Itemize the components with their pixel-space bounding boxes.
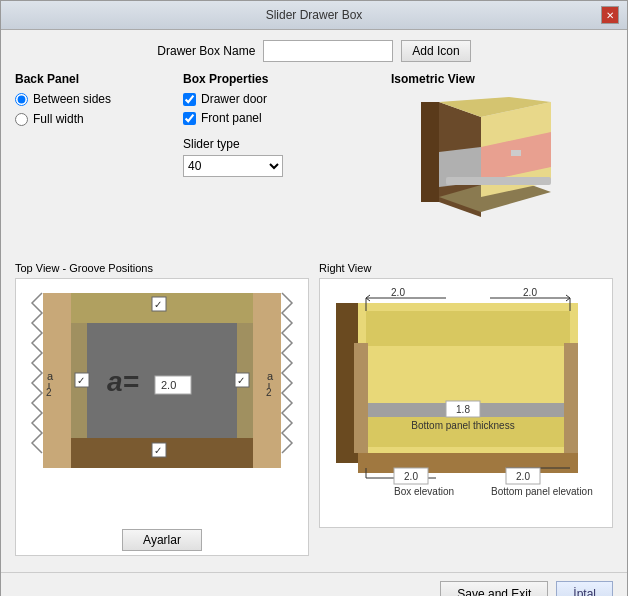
svg-text:2.0: 2.0 <box>523 287 537 298</box>
right-view-title: Right View <box>319 262 613 274</box>
title-bar: Slider Drawer Box ✕ <box>1 1 627 30</box>
back-panel-section: Back Panel Between sides Full width <box>15 72 175 252</box>
isometric-view-section: Isometric View <box>391 72 613 252</box>
box-properties-section: Box Properties Drawer door Front panel S… <box>183 72 383 252</box>
checkbox-front-panel[interactable]: Front panel <box>183 111 383 125</box>
full-width-label: Full width <box>33 112 84 126</box>
svg-rect-8 <box>511 150 521 156</box>
drawer-name-row: Drawer Box Name Add Icon <box>15 40 613 62</box>
svg-rect-0 <box>421 102 439 202</box>
main-window: Slider Drawer Box ✕ Drawer Box Name Add … <box>0 0 628 596</box>
save-exit-button[interactable]: Save and Exit <box>440 581 548 596</box>
footer: Save and Exit İptal <box>1 572 627 596</box>
radio-full-width[interactable]: Full width <box>15 112 175 126</box>
between-sides-label: Between sides <box>33 92 111 106</box>
svg-rect-7 <box>446 177 551 185</box>
isometric-svg <box>391 92 581 247</box>
add-icon-button[interactable]: Add Icon <box>401 40 470 62</box>
front-panel-label: Front panel <box>201 111 262 125</box>
svg-text:✓: ✓ <box>154 299 162 310</box>
isometric-view <box>391 92 591 252</box>
back-panel-title: Back Panel <box>15 72 175 86</box>
svg-text:Bottom panel thickness: Bottom panel thickness <box>411 420 514 431</box>
two-col-bottom: Top View - Groove Positions <box>15 262 613 556</box>
right-view-svg: 2.0 2.0 1.8 Bottom panel thickness <box>324 283 608 513</box>
svg-rect-41 <box>564 343 578 453</box>
right-view-container: 2.0 2.0 1.8 Bottom panel thickness <box>324 283 608 523</box>
top-view-container: ✓ ✓ ✓ ✓ a <box>20 283 304 523</box>
svg-rect-37 <box>366 311 570 346</box>
back-panel-options: Between sides Full width <box>15 92 175 126</box>
svg-text:2: 2 <box>46 387 52 398</box>
svg-rect-40 <box>354 343 368 453</box>
svg-text:a=: a= <box>107 366 139 397</box>
svg-text:Box elevation: Box elevation <box>394 486 454 497</box>
drawer-name-input[interactable] <box>263 40 393 62</box>
svg-text:✓: ✓ <box>154 445 162 456</box>
svg-text:2: 2 <box>266 387 272 398</box>
top-view-panel: ✓ ✓ ✓ ✓ a <box>15 278 309 556</box>
close-button[interactable]: ✕ <box>601 6 619 24</box>
checkbox-group: Drawer door Front panel <box>183 92 383 125</box>
slider-type-select[interactable]: 40 45 50 <box>183 155 283 177</box>
svg-text:✓: ✓ <box>77 375 85 386</box>
svg-text:a: a <box>47 370 54 382</box>
top-view-section: Top View - Groove Positions <box>15 262 309 556</box>
svg-text:2.0: 2.0 <box>391 287 405 298</box>
cancel-button[interactable]: İptal <box>556 581 613 596</box>
svg-text:2.0: 2.0 <box>516 471 530 482</box>
drawer-name-label: Drawer Box Name <box>157 44 255 58</box>
window-title: Slider Drawer Box <box>27 8 601 22</box>
svg-text:2.0: 2.0 <box>404 471 418 482</box>
svg-text:a: a <box>267 370 274 382</box>
top-view-svg: ✓ ✓ ✓ ✓ a <box>20 283 304 513</box>
top-view-title: Top View - Groove Positions <box>15 262 309 274</box>
content-area: Drawer Box Name Add Icon Back Panel Betw… <box>1 30 627 566</box>
svg-text:Bottom panel elevation: Bottom panel elevation <box>491 486 593 497</box>
drawer-door-label: Drawer door <box>201 92 267 106</box>
isometric-view-title: Isometric View <box>391 72 613 86</box>
right-view-panel: 2.0 2.0 1.8 Bottom panel thickness <box>319 278 613 528</box>
right-view-section: Right View <box>319 262 613 556</box>
svg-text:1.8: 1.8 <box>456 404 470 415</box>
box-properties-title: Box Properties <box>183 72 383 86</box>
radio-between-sides[interactable]: Between sides <box>15 92 175 106</box>
three-col-section: Back Panel Between sides Full width Box … <box>15 72 613 252</box>
slider-type-label: Slider type <box>183 137 383 151</box>
svg-text:2.0: 2.0 <box>161 379 176 391</box>
ayarlar-button[interactable]: Ayarlar <box>122 529 202 551</box>
svg-text:✓: ✓ <box>237 375 245 386</box>
svg-rect-36 <box>358 453 578 473</box>
checkbox-drawer-door[interactable]: Drawer door <box>183 92 383 106</box>
